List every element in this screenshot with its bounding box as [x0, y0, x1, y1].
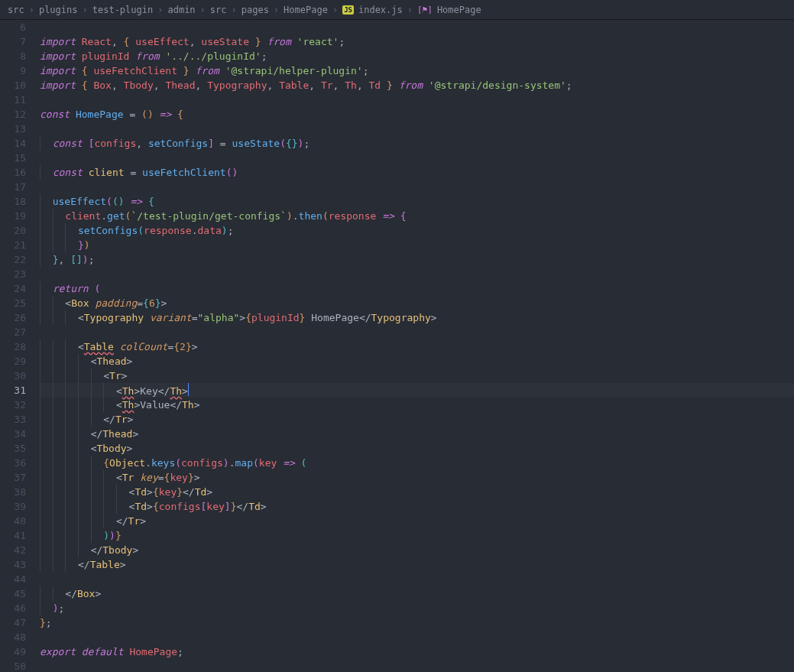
line-number: 39: [0, 499, 26, 514]
line-number: 7: [0, 34, 26, 49]
code-line[interactable]: </Tr>: [40, 412, 794, 427]
code-line[interactable]: [40, 572, 794, 586]
line-number: 47: [0, 615, 26, 630]
code-line[interactable]: const [configs, setConfigs] = useState({…: [40, 136, 794, 151]
code-editor[interactable]: 6789101112131415161718192021222324252627…: [0, 20, 794, 672]
line-number: 6: [0, 20, 26, 34]
line-number: 40: [0, 514, 26, 528]
code-line[interactable]: <Th>Key</Th>: [40, 383, 794, 398]
breadcrumb-item[interactable]: test-plugin: [92, 5, 153, 15]
line-number: 38: [0, 485, 26, 499]
code-line[interactable]: import { useFetchClient } from '@strapi/…: [40, 63, 794, 78]
code-line[interactable]: <Thead>: [40, 354, 794, 368]
breadcrumb: src › plugins › test-plugin › admin › sr…: [0, 0, 794, 20]
line-number: 14: [0, 136, 26, 151]
breadcrumb-item[interactable]: src: [8, 5, 24, 15]
code-line[interactable]: const client = useFetchClient(): [40, 165, 794, 180]
line-number: 28: [0, 339, 26, 354]
code-line[interactable]: }): [40, 238, 794, 252]
code-line[interactable]: };: [40, 615, 794, 630]
code-line[interactable]: <Typography variant="alpha">{pluginId} H…: [40, 310, 794, 325]
breadcrumb-item[interactable]: index.js: [358, 5, 403, 15]
line-number: 20: [0, 223, 26, 238]
code-line[interactable]: [40, 122, 794, 136]
chevron-right-icon: ›: [29, 5, 34, 15]
line-number: 41: [0, 528, 26, 543]
line-number: 27: [0, 325, 26, 339]
code-line[interactable]: [40, 20, 794, 34]
code-area[interactable]: import React, { useEffect, useState } fr…: [40, 20, 794, 672]
code-line[interactable]: </Tr>: [40, 514, 794, 528]
line-number: 29: [0, 354, 26, 368]
line-number: 45: [0, 586, 26, 601]
code-line[interactable]: }, []);: [40, 252, 794, 267]
chevron-right-icon: ›: [200, 5, 206, 15]
line-number: 17: [0, 180, 26, 194]
line-number: 35: [0, 441, 26, 456]
code-line[interactable]: [40, 630, 794, 644]
line-number: 32: [0, 398, 26, 412]
code-line[interactable]: client.get(`/test-plugin/get-configs`).t…: [40, 209, 794, 223]
code-line[interactable]: {Object.keys(configs).map(key => (: [40, 456, 794, 470]
breadcrumb-item[interactable]: admin: [167, 5, 195, 15]
code-line[interactable]: </Table>: [40, 557, 794, 572]
line-number-gutter: 6789101112131415161718192021222324252627…: [0, 20, 40, 672]
code-line[interactable]: useEffect(() => {: [40, 194, 794, 209]
line-number: 8: [0, 49, 26, 63]
line-number: 48: [0, 630, 26, 644]
chevron-right-icon: ›: [83, 5, 88, 15]
code-line[interactable]: ))}: [40, 528, 794, 543]
chevron-right-icon: ›: [232, 5, 237, 15]
breadcrumb-item[interactable]: HomePage: [284, 5, 328, 15]
code-line[interactable]: </Thead>: [40, 427, 794, 441]
code-line[interactable]: [40, 180, 794, 194]
breadcrumb-item[interactable]: plugins: [39, 5, 78, 15]
code-line[interactable]: <Td>{configs[key]}</Td>: [40, 499, 794, 514]
code-line[interactable]: setConfigs(response.data);: [40, 223, 794, 238]
line-number: 44: [0, 572, 26, 586]
line-number: 15: [0, 151, 26, 165]
code-line[interactable]: <Tr key={key}>: [40, 470, 794, 485]
code-line[interactable]: <Tbody>: [40, 441, 794, 456]
code-line[interactable]: <Th>Value</Th>: [40, 398, 794, 412]
line-number: 25: [0, 296, 26, 310]
code-line[interactable]: <Table colCount={2}>: [40, 339, 794, 354]
code-line[interactable]: import React, { useEffect, useState } fr…: [40, 34, 794, 49]
chevron-right-icon: ›: [157, 5, 163, 15]
code-line[interactable]: </Box>: [40, 586, 794, 601]
code-line[interactable]: [40, 267, 794, 281]
line-number: 18: [0, 194, 26, 209]
chevron-right-icon: ›: [332, 5, 338, 15]
line-number: 10: [0, 78, 26, 93]
line-number: 50: [0, 659, 26, 672]
code-line[interactable]: import { Box, Tbody, Thead, Typography, …: [40, 78, 794, 93]
line-number: 49: [0, 644, 26, 659]
code-line[interactable]: [40, 659, 794, 672]
code-line[interactable]: <Box padding={6}>: [40, 296, 794, 310]
breadcrumb-item[interactable]: HomePage: [437, 5, 481, 15]
code-line[interactable]: return (: [40, 281, 794, 296]
line-number: 11: [0, 93, 26, 107]
line-number: 13: [0, 122, 26, 136]
code-line[interactable]: <Tr>: [40, 368, 794, 383]
symbol-method-icon: [⚑]: [417, 5, 433, 15]
line-number: 12: [0, 107, 26, 122]
code-line[interactable]: <Td>{key}</Td>: [40, 485, 794, 499]
chevron-right-icon: ›: [407, 5, 413, 15]
line-number: 26: [0, 310, 26, 325]
code-line[interactable]: const HomePage = () => {: [40, 107, 794, 122]
breadcrumb-item[interactable]: pages: [241, 5, 269, 15]
js-file-icon: JS: [342, 5, 354, 15]
code-line[interactable]: </Tbody>: [40, 543, 794, 557]
line-number: 9: [0, 63, 26, 78]
breadcrumb-item[interactable]: src: [210, 5, 227, 15]
line-number: 34: [0, 427, 26, 441]
code-line[interactable]: export default HomePage;: [40, 644, 794, 659]
code-line[interactable]: import pluginId from '../../pluginId';: [40, 49, 794, 63]
code-line[interactable]: [40, 151, 794, 165]
code-line[interactable]: [40, 93, 794, 107]
line-number: 19: [0, 209, 26, 223]
code-line[interactable]: );: [40, 601, 794, 615]
chevron-right-icon: ›: [274, 5, 279, 15]
code-line[interactable]: [40, 325, 794, 339]
